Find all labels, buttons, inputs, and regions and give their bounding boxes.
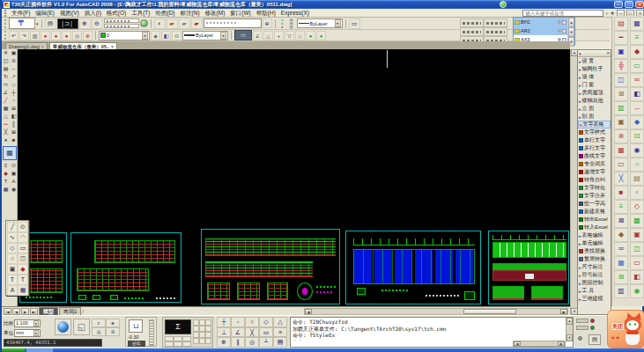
layer-lock-icon[interactable] (562, 20, 566, 25)
draw-tool-icon[interactable]: ▦ (18, 285, 28, 296)
layer-tool-icon[interactable]: ◈ (151, 31, 160, 40)
layer-tool-icon[interactable]: ⊙ (172, 31, 181, 40)
modify-icon[interactable]: ┼ (10, 89, 18, 97)
screen-menu-item[interactable]: 单行文字 (578, 136, 611, 144)
right-dock-icon[interactable]: ═ (614, 242, 628, 256)
draw-tool-icon[interactable]: ╱ (7, 222, 18, 232)
right-dock-icon[interactable]: ◇ (630, 200, 644, 214)
calc-key[interactable] (193, 332, 199, 338)
layer-light-icon[interactable]: ▤ (287, 26, 296, 29)
layer-state-icon[interactable] (558, 20, 561, 24)
layer-light-icon[interactable]: ● (278, 26, 287, 29)
right-dock-icon[interactable]: ▤ (614, 17, 628, 31)
scroll-down-icon[interactable]: ▼ (568, 27, 574, 37)
zoom-icon[interactable]: ⊖ (92, 18, 103, 29)
calc-key[interactable] (174, 341, 182, 347)
calc-key[interactable] (193, 319, 199, 326)
snap-icon[interactable]: ⊥ (217, 327, 231, 338)
right-dock-icon[interactable]: ⊠ (614, 214, 628, 228)
command-vscrollbar[interactable]: ▲▼ (566, 318, 573, 341)
screen-menu-item[interactable]: 查找替换 (578, 247, 611, 255)
screen-menu-item[interactable]: 墙 体 (578, 73, 611, 81)
draw-tool-icon[interactable]: ▭ (18, 243, 28, 253)
right-dock-icon[interactable]: ▦ (630, 17, 644, 31)
right-dock-icon[interactable]: ◫ (614, 73, 628, 87)
tool-icon[interactable]: ⊕ (83, 31, 93, 40)
mascot-badge[interactable]: 美团 (611, 322, 625, 331)
lineweight-combo[interactable]: ByLayer ▾ (182, 31, 228, 40)
screen-menu-item[interactable]: 转角自纠 (578, 176, 611, 184)
horizontal-scrollbar[interactable]: ◀ ▶ (304, 308, 568, 315)
toggle-button[interactable]: ▤ (92, 327, 106, 336)
right-dock-icon[interactable]: ○ (630, 158, 644, 172)
draw-icon[interactable]: ◉ (10, 186, 18, 194)
screen-menu-item[interactable]: 剖 面 (578, 113, 611, 121)
snap-icon[interactable]: ∠ (231, 327, 245, 338)
menu-item[interactable]: 窗口(W) (227, 9, 253, 17)
maximize-button[interactable]: □ (625, 1, 633, 8)
layout-tab[interactable]: 布局1 (59, 307, 81, 315)
draw-tool-icon[interactable]: T (18, 275, 28, 285)
undo-redo-icon[interactable]: ↶ (9, 31, 19, 40)
right-dock-icon[interactable]: ▤ (630, 172, 644, 186)
modify-icon[interactable]: ◫ (2, 57, 10, 65)
screen-menu-item[interactable]: 多行文字 (578, 144, 611, 152)
menu-item[interactable]: 文件(F) (9, 9, 33, 17)
modify-icon[interactable]: ▤ (2, 65, 10, 73)
right-dock-icon[interactable]: ▣ (614, 45, 628, 59)
draw-tool-icon[interactable]: ○ (7, 253, 18, 264)
right-dock-icon[interactable]: ▭ (630, 256, 644, 270)
screen-menu-item[interactable]: 文字样式 (578, 128, 611, 136)
snap-icon[interactable]: ┴ (259, 337, 273, 348)
render-icon[interactable]: ▰ (179, 18, 190, 29)
right-dock-icon[interactable]: ▥ (614, 284, 628, 298)
led-row[interactable] (576, 324, 606, 331)
modify-icon[interactable]: ▣ (10, 49, 18, 57)
command-hscrollbar[interactable]: ◀▶ (513, 341, 566, 347)
snap-icon[interactable]: ∥ (231, 337, 245, 348)
menu-item[interactable]: 插入(I) (82, 9, 104, 17)
right-dock-icon[interactable]: ◉ (630, 143, 644, 158)
windows-taskbar[interactable] (2, 348, 644, 352)
right-dock-icon[interactable]: ▦ (614, 143, 628, 158)
right-dock-icon[interactable]: ◆ (630, 115, 644, 129)
screen-menu-item[interactable]: 文字转化 (578, 184, 611, 192)
snap-icon[interactable]: ▤ (273, 337, 287, 348)
mascot-widget[interactable]: 美团 ♥ ♥ (607, 310, 644, 348)
toggle-button[interactable]: ⊞ (106, 327, 120, 336)
modify-icon[interactable]: ↗ (10, 73, 18, 81)
layer-tool-icon[interactable]: ◧ (161, 31, 171, 40)
start-button-fragment[interactable] (2, 348, 25, 352)
draw-icon[interactable]: ⊙ (10, 162, 18, 170)
menu-item[interactable]: 视图(V) (57, 9, 82, 17)
menu-item[interactable]: 格式(O) (104, 9, 129, 17)
toggle-button[interactable]: ◈ (106, 319, 120, 327)
screen-menu-item[interactable]: 繁简转换 (578, 255, 611, 263)
calc-key[interactable] (193, 338, 199, 344)
screen-menu-item[interactable]: 统一字高 (578, 200, 611, 208)
right-dock-icon[interactable]: ◆ (630, 45, 644, 59)
modify-icon[interactable]: ═ (2, 121, 10, 128)
command-search-field[interactable] (204, 18, 262, 28)
menu-item[interactable]: 编辑(E) (33, 9, 57, 17)
ucs-icon[interactable]: ◇ (295, 31, 305, 40)
document-tab[interactable]: Drawing1.dwg × (5, 42, 48, 49)
taskbar-item-fragment[interactable] (26, 348, 53, 352)
menu-style-icon[interactable]: ◐ (579, 51, 582, 56)
combo-arrow-icon[interactable]: ▾ (33, 330, 39, 336)
right-dock-icon[interactable]: ◆ (614, 228, 628, 242)
combo-arrow-icon[interactable]: ▾ (220, 32, 226, 40)
modify-icon[interactable]: ○ (10, 97, 18, 105)
scroll-up-icon[interactable]: ▲ (568, 18, 574, 27)
scroll-right-icon[interactable]: ▶ (560, 309, 567, 314)
tool-icon[interactable]: ◎ (72, 31, 82, 40)
screen-menu-item[interactable]: 图层控制 (578, 279, 611, 287)
tab-nav-button[interactable]: |◀ (4, 308, 11, 315)
render-icon[interactable]: ▰ (191, 18, 203, 29)
right-dock-icon[interactable]: ▩ (630, 214, 644, 228)
green-dot-icon[interactable]: ● (316, 31, 326, 40)
scroll-left-icon[interactable]: ◀ (305, 309, 312, 314)
draw-icon[interactable]: ≡ (2, 162, 10, 170)
screen-menu-item[interactable]: 符号标注 (578, 271, 611, 279)
draw-tool-icon[interactable]: ◫ (18, 253, 28, 264)
